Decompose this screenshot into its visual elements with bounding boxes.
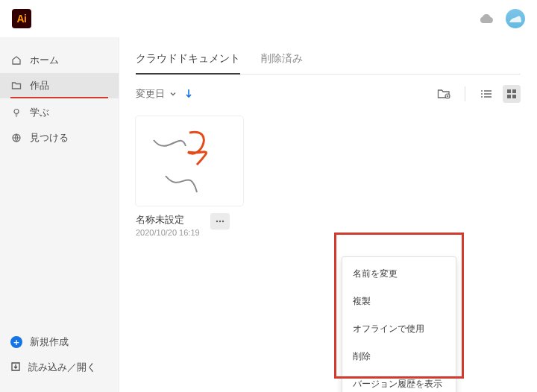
new-file-button[interactable]: ＋ 新規作成 (0, 329, 119, 355)
ctx-label: 複製 (353, 296, 371, 306)
sidebar-item-home[interactable]: ホーム (0, 48, 119, 73)
tab-label: クラウドドキュメント (136, 52, 240, 64)
svg-point-0 (14, 110, 19, 114)
svg-rect-9 (512, 95, 516, 98)
sidebar-item-learn[interactable]: 学ぶ (0, 100, 119, 125)
ctx-label: オフラインで使用 (353, 323, 424, 334)
svg-rect-6 (507, 89, 511, 93)
svg-point-10 (216, 221, 217, 222)
main: ホーム 作品 学ぶ 見つける ＋ 新規作成 (0, 37, 537, 392)
tab-label: 削除済み (261, 52, 303, 64)
ctx-rename[interactable]: 名前を変更 (342, 260, 456, 288)
sidebar: ホーム 作品 学ぶ 見つける ＋ 新規作成 (0, 37, 119, 392)
sort-dropdown[interactable]: 変更日 (136, 87, 177, 101)
ctx-offline[interactable]: オフラインで使用 (342, 315, 456, 343)
ctx-label: 名前を変更 (353, 268, 398, 279)
svg-point-5 (481, 96, 483, 98)
ctx-duplicate[interactable]: 複製 (342, 288, 456, 315)
open-file-button[interactable]: 読み込み／開く (0, 355, 119, 380)
topbar: Ai (0, 0, 537, 37)
folder-add-button[interactable] (435, 85, 453, 103)
svg-rect-7 (512, 89, 516, 93)
sidebar-item-label: 見つける (30, 131, 69, 145)
toolbar: 変更日 (136, 75, 521, 116)
file-more-button[interactable] (210, 213, 230, 230)
user-avatar[interactable] (506, 9, 525, 28)
divider (465, 86, 465, 101)
svg-point-3 (481, 90, 483, 92)
file-thumbnail (136, 116, 243, 206)
ctx-label: バージョン履歴を表示 (353, 379, 442, 389)
file-date: 2020/10/20 16:19 (136, 228, 200, 237)
home-icon (10, 55, 22, 66)
action-label: 新規作成 (30, 335, 69, 349)
sidebar-item-label: 作品 (30, 79, 49, 92)
plus-icon: ＋ (10, 336, 22, 348)
logo-text: Ai (17, 13, 27, 25)
sidebar-item-label: 学ぶ (30, 106, 49, 119)
svg-rect-8 (507, 95, 511, 98)
svg-point-4 (481, 93, 483, 95)
content: クラウドドキュメント 削除済み 変更日 (119, 37, 537, 392)
action-label: 読み込み／開く (28, 361, 96, 374)
illustrator-logo: Ai (12, 9, 31, 28)
cloud-icon[interactable] (479, 13, 494, 25)
context-menu: 名前を変更 複製 オフラインで使用 削除 バージョン履歴を表示 (342, 256, 456, 392)
file-title: 名称未設定 (136, 213, 200, 227)
lightbulb-icon (10, 107, 22, 118)
folder-icon (10, 80, 22, 91)
globe-icon (10, 133, 22, 143)
ctx-label: 削除 (353, 351, 371, 361)
tabs: クラウドドキュメント 削除済み (136, 48, 521, 75)
sort-label: 変更日 (136, 87, 165, 101)
sidebar-active-underline (10, 97, 108, 98)
file-card[interactable]: 名称未設定 2020/10/20 16:19 (136, 116, 243, 237)
import-icon (10, 361, 21, 374)
tab-cloud-documents[interactable]: クラウドドキュメント (136, 48, 240, 75)
sidebar-item-discover[interactable]: 見つける (0, 125, 119, 151)
ctx-versions[interactable]: バージョン履歴を表示 (342, 370, 456, 392)
svg-point-12 (222, 221, 223, 222)
svg-point-11 (219, 221, 220, 222)
tab-deleted[interactable]: 削除済み (261, 48, 303, 74)
list-view-button[interactable] (477, 85, 495, 103)
ctx-delete[interactable]: 削除 (342, 343, 456, 370)
chevron-down-icon (169, 89, 177, 100)
grid-view-button[interactable] (503, 85, 521, 103)
sidebar-item-works[interactable]: 作品 (0, 73, 119, 98)
app-root: Ai ホーム 作品 学ぶ 見つける (0, 0, 537, 392)
sidebar-item-label: ホーム (30, 54, 59, 67)
sort-direction-button[interactable] (184, 88, 193, 101)
